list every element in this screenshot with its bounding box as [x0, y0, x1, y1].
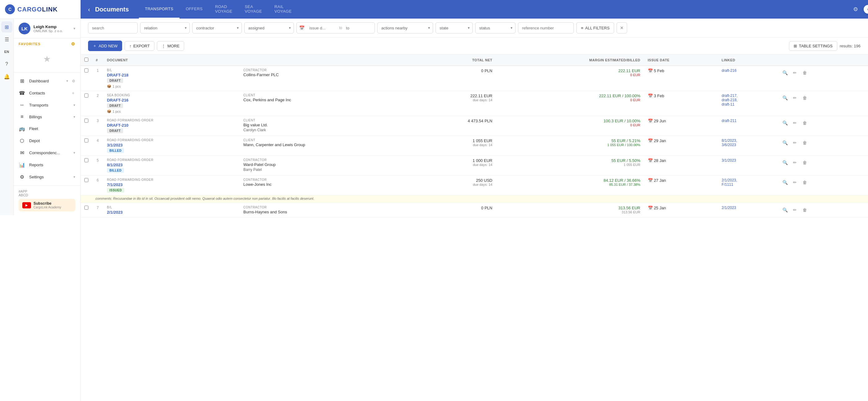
- doc-link[interactable]: 2/1/2023: [107, 210, 123, 214]
- edit-action-icon[interactable]: ✏: [790, 138, 799, 147]
- delete-action-icon[interactable]: 🗑: [800, 206, 809, 214]
- search-action-icon[interactable]: 🔍: [781, 138, 789, 147]
- sidebar-item-depot[interactable]: ⬡ Depot: [13, 135, 80, 147]
- row-number: 7: [92, 203, 103, 218]
- header-contractor: [240, 55, 415, 66]
- row-checkbox[interactable]: [84, 206, 88, 210]
- search-input[interactable]: [88, 22, 137, 33]
- issue-date-to-input[interactable]: [343, 24, 374, 32]
- linked-doc[interactable]: F/1111: [722, 182, 773, 187]
- all-filters-button[interactable]: ≡ ALL FILTERS: [576, 22, 614, 33]
- row-checkbox[interactable]: [84, 119, 88, 123]
- menu-icon[interactable]: ☰: [1, 34, 12, 45]
- contractor-cell: CLIENT Big value Ltd. Carolyn Clark: [240, 116, 415, 136]
- status-select[interactable]: status: [475, 22, 516, 33]
- tab-rail-voyage[interactable]: RAILVOYAGE: [268, 0, 298, 19]
- tab-transports[interactable]: TRANSPORTS: [139, 0, 180, 19]
- doc-link[interactable]: 8/1/2023: [107, 163, 123, 167]
- edit-action-icon[interactable]: ✏: [790, 119, 799, 127]
- row-checkbox[interactable]: [84, 158, 88, 162]
- more-button[interactable]: ⋮ MORE: [157, 41, 184, 51]
- search-action-icon[interactable]: 🔍: [781, 178, 789, 187]
- doc-link[interactable]: DRAFT-216: [107, 98, 128, 102]
- tab-offers[interactable]: OFFERS: [180, 0, 209, 19]
- add-new-button[interactable]: ＋ ADD NEW: [88, 40, 122, 51]
- favorites-settings-icon[interactable]: ⚙: [71, 41, 75, 46]
- row-checkbox[interactable]: [84, 94, 88, 98]
- edit-action-icon[interactable]: ✏: [790, 206, 799, 214]
- sidebar-item-contacts[interactable]: ☎ Contacts ＋: [13, 87, 80, 99]
- edit-action-icon[interactable]: ✏: [790, 68, 799, 77]
- doc-link[interactable]: 7/1/2023: [107, 182, 123, 187]
- bell-icon[interactable]: 🔔: [1, 71, 12, 82]
- linked-doc[interactable]: draft-216: [722, 68, 773, 73]
- select-all-checkbox[interactable]: [84, 58, 88, 62]
- back-button[interactable]: ‹: [88, 0, 95, 19]
- linked-doc[interactable]: 2/1/2023,: [722, 178, 773, 182]
- clear-filters-button[interactable]: ✕: [617, 22, 627, 33]
- margin-main: 55 EUR / 5.21%: [500, 138, 640, 143]
- delete-action-icon[interactable]: 🗑: [800, 68, 809, 77]
- linked-doc[interactable]: 3/6/2023: [722, 143, 773, 147]
- export-button[interactable]: ↑ EXPORT: [125, 41, 154, 51]
- sidebar-item-settings[interactable]: ⚙ Settings ▾: [13, 171, 80, 183]
- search-action-icon[interactable]: 🔍: [781, 158, 789, 167]
- edit-action-icon[interactable]: ✏: [790, 178, 799, 187]
- linked-doc[interactable]: draft-217,: [722, 94, 773, 98]
- linked-doc[interactable]: draft-11: [722, 102, 773, 106]
- row-actions-cell: 🔍 ✏ 🗑: [777, 136, 868, 156]
- row-checkbox[interactable]: [84, 68, 88, 72]
- sidebar-item-reports[interactable]: 📊 Reports: [13, 159, 80, 171]
- linked-doc[interactable]: 8/1/2023,: [722, 138, 773, 143]
- collapse-panel-button[interactable]: »: [864, 5, 868, 13]
- reference-number-input[interactable]: [518, 22, 574, 33]
- search-action-icon[interactable]: 🔍: [781, 119, 789, 127]
- assigned-select[interactable]: assigned: [244, 22, 294, 33]
- sidebar-item-correspondence[interactable]: ✉ Correspondenc... ▾: [13, 147, 80, 159]
- linked-doc[interactable]: draft-218,: [722, 98, 773, 102]
- edit-action-icon[interactable]: ✏: [790, 94, 799, 102]
- user-profile[interactable]: LK Leigh Kemp OMILINK Sp. z o.o. ▾: [13, 19, 80, 38]
- tab-sea-voyage[interactable]: SEAVOYAGE: [238, 0, 268, 19]
- help-icon[interactable]: ?: [1, 59, 12, 70]
- search-action-icon[interactable]: 🔍: [781, 206, 789, 214]
- delete-action-icon[interactable]: 🗑: [800, 119, 809, 127]
- state-select[interactable]: state: [436, 22, 473, 33]
- row-actions-cell: 🔍 ✏ 🗑: [777, 116, 868, 136]
- row-checkbox[interactable]: [84, 178, 88, 182]
- delete-action-icon[interactable]: 🗑: [800, 138, 809, 147]
- search-action-icon[interactable]: 🔍: [781, 68, 789, 77]
- issue-date-from-input[interactable]: [307, 24, 338, 32]
- delete-action-icon[interactable]: 🗑: [800, 94, 809, 102]
- logo-area: C CARGOLINK: [0, 0, 80, 19]
- subscribe-button[interactable]: ▶ Subscribe CargoLink Academy: [19, 199, 75, 211]
- linked-doc[interactable]: draft-211: [722, 119, 773, 123]
- doc-link[interactable]: DRAFT-210: [107, 123, 128, 128]
- edit-action-icon[interactable]: ✏: [790, 158, 799, 167]
- sidebar-item-dashboard[interactable]: ⊞ Dashboard ▾ ⚙: [13, 75, 80, 87]
- contractor-type: CONTRACTOR: [243, 68, 411, 72]
- linked-doc[interactable]: 2/1/2023: [722, 206, 773, 210]
- header-num: #: [92, 55, 103, 66]
- delete-action-icon[interactable]: 🗑: [800, 178, 809, 187]
- table-settings-button[interactable]: ⊞ TABLE SETTINGS: [789, 41, 837, 51]
- sidebar-item-billings[interactable]: ≡ Billings ▾: [13, 111, 80, 123]
- actions-nearby-select[interactable]: actions nearby: [377, 22, 433, 33]
- sidebar-item-transports[interactable]: ↔ Transports ▾: [13, 99, 80, 111]
- relation-select[interactable]: relation: [140, 22, 190, 33]
- delete-action-icon[interactable]: 🗑: [800, 158, 809, 167]
- sidebar-item-fleet[interactable]: 🚌 Fleet: [13, 123, 80, 135]
- linked-doc[interactable]: 3/1/2023: [722, 158, 773, 163]
- contractor-select[interactable]: contractor: [192, 22, 242, 33]
- row-checkbox[interactable]: [84, 138, 88, 142]
- gear-settings-icon[interactable]: ⚙: [850, 0, 861, 19]
- grid-icon[interactable]: ⊞: [1, 21, 12, 33]
- doc-link[interactable]: DRAFT-218: [107, 73, 128, 77]
- search-action-icon[interactable]: 🔍: [781, 94, 789, 102]
- doc-link[interactable]: 3/1/2023: [107, 143, 123, 147]
- add-icon[interactable]: ＋: [71, 91, 75, 96]
- pcs-info: 📦 1 pcs: [107, 84, 236, 88]
- tab-road-voyage[interactable]: ROADVOYAGE: [209, 0, 239, 19]
- settings-icon[interactable]: ⚙: [72, 79, 75, 83]
- language-btn[interactable]: EN: [1, 46, 12, 57]
